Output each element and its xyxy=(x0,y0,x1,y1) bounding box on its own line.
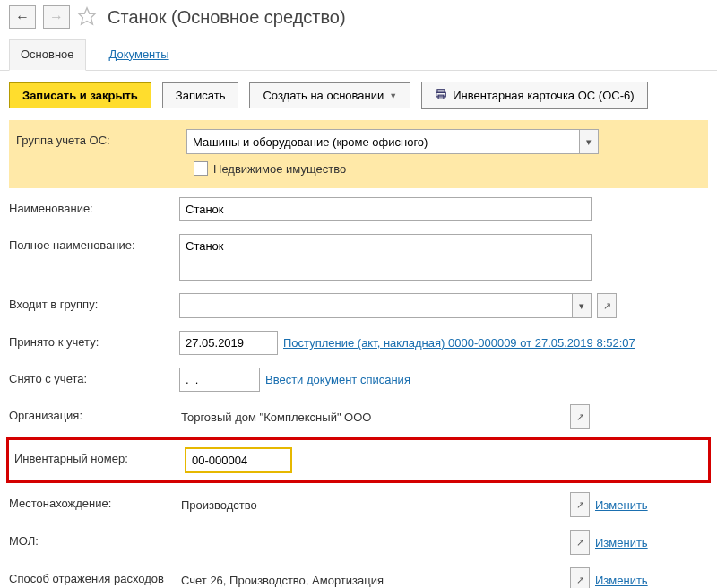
open-icon: ↗ xyxy=(576,537,584,549)
chevron-down-icon: ▼ xyxy=(389,91,397,100)
in-group-open-button[interactable]: ↗ xyxy=(597,293,617,318)
arrow-right-icon: → xyxy=(49,9,64,25)
tab-main[interactable]: Основное xyxy=(9,39,86,71)
accounting-group-panel: Группа учета ОС: ▾ Недвижимое имущество xyxy=(9,120,708,188)
amort-value: Счет 26, Производство, Амортизация xyxy=(179,569,565,589)
inventory-number-input[interactable] xyxy=(185,447,292,473)
inventory-card-button[interactable]: Инвентарная карточка ОС (ОС-6) xyxy=(421,82,647,109)
svg-marker-0 xyxy=(79,7,95,23)
accepted-date-input[interactable] xyxy=(179,331,278,355)
mol-value xyxy=(179,538,565,547)
chevron-down-icon: ▾ xyxy=(579,300,584,312)
org-open-button[interactable]: ↗ xyxy=(570,404,590,429)
fullname-textarea[interactable] xyxy=(179,234,592,281)
location-value: Производство xyxy=(179,494,565,516)
header: ← → Станок (Основное средство) xyxy=(0,0,717,34)
name-input[interactable] xyxy=(179,197,592,221)
org-label: Организация: xyxy=(9,404,179,422)
real-estate-label: Недвижимое имущество xyxy=(213,162,346,176)
favorite-star-icon[interactable] xyxy=(77,6,97,29)
form: Группа учета ОС: ▾ Недвижимое имущество … xyxy=(0,120,717,588)
location-change-link[interactable]: Изменить xyxy=(595,498,648,512)
group-os-input[interactable] xyxy=(186,129,579,154)
open-icon: ↗ xyxy=(576,499,584,511)
location-open-button[interactable]: ↗ xyxy=(570,492,590,517)
inv-label: Инвентарный номер: xyxy=(14,447,185,465)
create-based-button[interactable]: Создать на основании ▼ xyxy=(249,82,410,108)
create-based-label: Создать на основании xyxy=(263,89,384,102)
save-close-button[interactable]: Записать и закрыть xyxy=(9,82,151,108)
amort-change-link[interactable]: Изменить xyxy=(595,574,648,587)
group-os-dropdown-button[interactable]: ▾ xyxy=(579,129,599,154)
inventory-card-label: Инвентарная карточка ОС (ОС-6) xyxy=(453,89,634,102)
save-button[interactable]: Записать xyxy=(162,82,239,108)
accepted-doc-link[interactable]: Поступление (акт, накладная) 0000-000009… xyxy=(283,336,635,350)
inventory-number-highlight: Инвентарный номер: xyxy=(6,437,711,483)
chevron-down-icon: ▾ xyxy=(586,136,592,148)
location-label: Местонахождение: xyxy=(9,492,179,510)
accepted-label: Принято к учету: xyxy=(9,331,179,349)
arrow-left-icon: ← xyxy=(15,9,30,25)
svg-rect-2 xyxy=(436,92,446,97)
removed-date-input[interactable] xyxy=(179,368,260,392)
in-group-label: Входит в группу: xyxy=(9,293,179,311)
tab-documents[interactable]: Документы xyxy=(99,40,180,70)
real-estate-checkbox[interactable] xyxy=(194,161,208,176)
nav-forward-button[interactable]: → xyxy=(43,5,70,29)
open-icon: ↗ xyxy=(603,300,611,312)
in-group-dropdown-button[interactable]: ▾ xyxy=(572,293,592,318)
fullname-label: Полное наименование: xyxy=(9,234,179,252)
org-value: Торговый дом "Комплексный" ООО xyxy=(179,406,565,428)
name-label: Наименование: xyxy=(9,197,179,215)
open-icon: ↗ xyxy=(576,575,584,586)
open-icon: ↗ xyxy=(576,411,584,423)
removed-doc-link[interactable]: Ввести документ списания xyxy=(265,373,410,386)
printer-icon xyxy=(435,88,447,103)
mol-label: МОЛ: xyxy=(9,530,179,548)
removed-label: Снято с учета: xyxy=(9,368,179,385)
mol-change-link[interactable]: Изменить xyxy=(595,536,648,549)
page-title: Станок (Основное средство) xyxy=(108,7,346,28)
in-group-input[interactable] xyxy=(179,293,572,318)
group-os-label: Группа учета ОС: xyxy=(16,129,186,147)
amort-label: Способ отражения расходов по амортизации… xyxy=(9,567,179,588)
tabs-bar: Основное Документы xyxy=(0,34,717,71)
amort-open-button[interactable]: ↗ xyxy=(570,567,590,588)
nav-back-button[interactable]: ← xyxy=(9,5,36,29)
toolbar: Записать и закрыть Записать Создать на о… xyxy=(0,71,717,120)
mol-open-button[interactable]: ↗ xyxy=(570,530,590,555)
